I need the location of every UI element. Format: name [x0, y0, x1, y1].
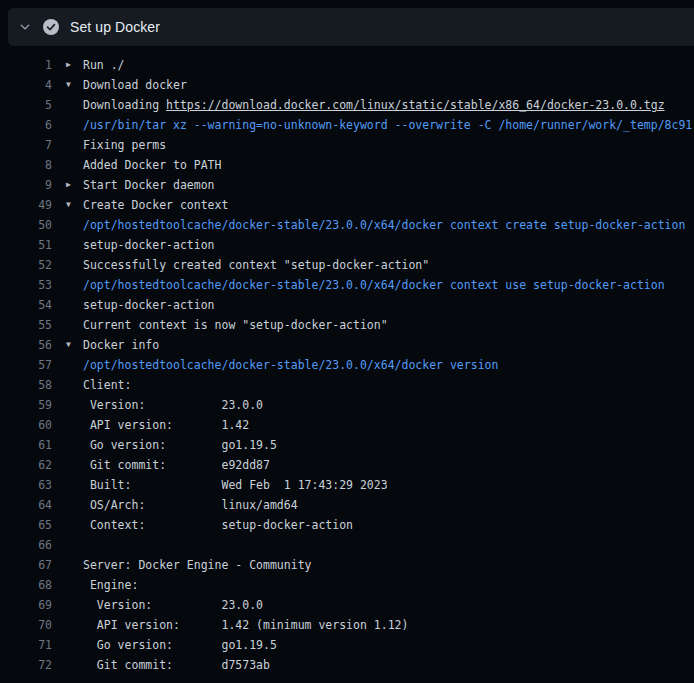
arrow-spacer [66, 255, 83, 275]
log-line[interactable]: 1▶Run ./ [0, 55, 694, 75]
line-number[interactable]: 56 [0, 335, 52, 355]
line-number[interactable]: 7 [0, 135, 52, 155]
line-number[interactable]: 64 [0, 495, 52, 515]
line-text: Engine: [83, 575, 138, 595]
log-line[interactable]: 49▼Create Docker context [0, 195, 694, 215]
line-number[interactable]: 1 [0, 55, 52, 75]
arrow-spacer [66, 235, 83, 255]
triangle-down-icon[interactable]: ▼ [66, 75, 83, 95]
arrow-spacer [66, 575, 83, 595]
line-number[interactable]: 54 [0, 295, 52, 315]
line-number[interactable]: 69 [0, 595, 52, 615]
line-number[interactable]: 72 [0, 655, 52, 675]
triangle-down-icon[interactable]: ▼ [66, 335, 83, 355]
line-number[interactable]: 51 [0, 235, 52, 255]
step-title: Set up Docker [70, 19, 160, 35]
arrow-spacer [66, 515, 83, 535]
actions-log-page: Set up Docker 1▶Run ./4▼Download docker5… [0, 0, 694, 683]
log-text: Fixing perms [83, 138, 166, 152]
log-text: Git commit: e92dd87 [83, 458, 270, 472]
line-number[interactable]: 5 [0, 95, 52, 115]
triangle-right-icon[interactable]: ▶ [66, 175, 83, 195]
line-number[interactable]: 49 [0, 195, 52, 215]
line-number[interactable]: 68 [0, 575, 52, 595]
arrow-spacer [66, 115, 83, 135]
line-body: API version: 1.42 (minimum version 1.12) [52, 615, 408, 635]
line-number[interactable]: 9 [0, 175, 52, 195]
log-text: Built: Wed Feb 1 17:43:29 2023 [83, 478, 388, 492]
line-text: Docker info [83, 335, 159, 355]
arrow-spacer [66, 215, 83, 235]
log-text: Downloading [83, 98, 166, 112]
line-number[interactable]: 63 [0, 475, 52, 495]
line-body: Downloading https://download.docker.com/… [52, 95, 665, 115]
log-text: Run ./ [83, 58, 125, 72]
line-body: ▶Start Docker daemon [52, 175, 215, 195]
log-line: 50/opt/hostedtoolcache/docker-stable/23.… [0, 215, 694, 235]
line-body: setup-docker-action [52, 235, 215, 255]
triangle-down-icon[interactable]: ▼ [66, 195, 83, 215]
log-text: Version: 23.0.0 [83, 398, 263, 412]
log-text: Engine: [83, 578, 138, 592]
line-number[interactable]: 4 [0, 75, 52, 95]
line-number[interactable]: 53 [0, 275, 52, 295]
line-body: Server: Docker Engine - Community [52, 555, 311, 575]
log-line: 60 API version: 1.42 [0, 415, 694, 435]
line-body: Version: 23.0.0 [52, 595, 263, 615]
arrow-spacer [66, 395, 83, 415]
line-body: /usr/bin/tar xz --warning=no-unknown-key… [52, 115, 692, 135]
line-number[interactable]: 70 [0, 615, 52, 635]
log-line: 62 Git commit: e92dd87 [0, 455, 694, 475]
line-text: Downloading https://download.docker.com/… [83, 95, 665, 115]
log-text: Go version: go1.19.5 [83, 438, 277, 452]
log-text: Start Docker daemon [83, 178, 215, 192]
line-number[interactable]: 62 [0, 455, 52, 475]
arrow-spacer [66, 375, 83, 395]
log-link[interactable]: https://download.docker.com/linux/static… [166, 98, 665, 112]
line-number[interactable]: 55 [0, 315, 52, 335]
triangle-right-icon[interactable]: ▶ [66, 55, 83, 75]
line-body: Git commit: d7573ab [52, 655, 270, 675]
line-text: Download docker [83, 75, 187, 95]
log-text: Version: 23.0.0 [83, 598, 263, 612]
line-number[interactable]: 50 [0, 215, 52, 235]
line-number[interactable]: 65 [0, 515, 52, 535]
line-text: setup-docker-action [83, 295, 215, 315]
log-line[interactable]: 9▶Start Docker daemon [0, 175, 694, 195]
arrow-spacer [66, 615, 83, 635]
arrow-spacer [66, 435, 83, 455]
line-number[interactable]: 59 [0, 395, 52, 415]
line-body: /opt/hostedtoolcache/docker-stable/23.0.… [52, 215, 685, 235]
log-line: 69 Version: 23.0.0 [0, 595, 694, 615]
line-number[interactable]: 57 [0, 355, 52, 375]
line-text: Current context is now "setup-docker-act… [83, 315, 388, 335]
arrow-spacer [66, 475, 83, 495]
line-text: /opt/hostedtoolcache/docker-stable/23.0.… [83, 215, 685, 235]
log-line[interactable]: 4▼Download docker [0, 75, 694, 95]
line-number[interactable]: 61 [0, 435, 52, 455]
line-number[interactable]: 71 [0, 635, 52, 655]
line-body: API version: 1.42 [52, 415, 249, 435]
line-text: Version: 23.0.0 [83, 595, 263, 615]
log-text: setup-docker-action [83, 238, 215, 252]
line-text: Git commit: d7573ab [83, 655, 270, 675]
line-text: API version: 1.42 (minimum version 1.12) [83, 615, 408, 635]
log-line: 63 Built: Wed Feb 1 17:43:29 2023 [0, 475, 694, 495]
line-number[interactable]: 67 [0, 555, 52, 575]
line-body: Version: 23.0.0 [52, 395, 263, 415]
log-line: 57/opt/hostedtoolcache/docker-stable/23.… [0, 355, 694, 375]
line-text: Server: Docker Engine - Community [83, 555, 311, 575]
line-number[interactable]: 58 [0, 375, 52, 395]
step-header[interactable]: Set up Docker [8, 8, 694, 46]
line-number[interactable]: 60 [0, 415, 52, 435]
log-text: Client: [83, 378, 131, 392]
line-text: API version: 1.42 [83, 415, 249, 435]
line-number[interactable]: 66 [0, 535, 52, 555]
line-body: Fixing perms [52, 135, 166, 155]
line-number[interactable]: 52 [0, 255, 52, 275]
line-number[interactable]: 6 [0, 115, 52, 135]
line-number[interactable]: 8 [0, 155, 52, 175]
chevron-down-icon[interactable] [18, 20, 32, 34]
line-body: Engine: [52, 575, 138, 595]
log-line[interactable]: 56▼Docker info [0, 335, 694, 355]
